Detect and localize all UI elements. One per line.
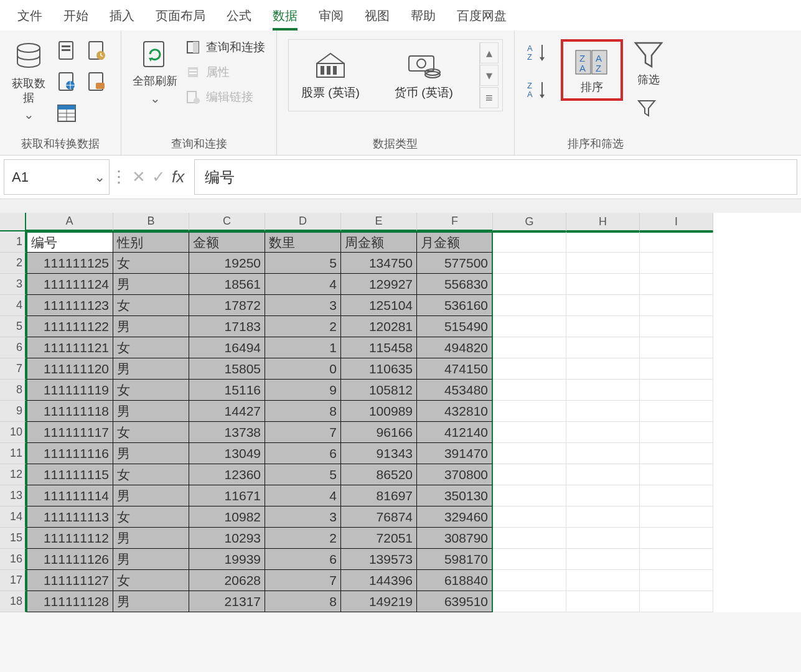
row-header-3[interactable]: 3 bbox=[0, 274, 26, 295]
cell-G14[interactable] bbox=[493, 506, 566, 528]
cell-H8[interactable] bbox=[566, 380, 640, 401]
row-header-17[interactable]: 17 bbox=[0, 570, 26, 591]
cell-A17[interactable]: 111111127 bbox=[26, 570, 113, 591]
cell-F18[interactable]: 639510 bbox=[417, 591, 493, 612]
cell-A15[interactable]: 111111112 bbox=[26, 528, 113, 549]
cell-H5[interactable] bbox=[566, 316, 640, 337]
cell-F5[interactable]: 515490 bbox=[417, 316, 493, 337]
cell-G7[interactable] bbox=[493, 358, 566, 380]
cancel-formula-icon[interactable]: ✕ bbox=[132, 167, 146, 187]
cell-G9[interactable] bbox=[493, 401, 566, 422]
cell-E13[interactable]: 81697 bbox=[341, 485, 417, 506]
cell-C4[interactable]: 17872 bbox=[189, 295, 265, 316]
cell-C12[interactable]: 12360 bbox=[189, 464, 265, 485]
row-header-4[interactable]: 4 bbox=[0, 295, 26, 316]
refresh-all-button[interactable]: 全部刷新 ⌄ bbox=[133, 39, 177, 106]
cell-A18[interactable]: 111111128 bbox=[26, 591, 113, 612]
cell-D18[interactable]: 8 bbox=[265, 591, 341, 612]
cell-E1[interactable]: 周金额 bbox=[341, 231, 417, 253]
cell-C6[interactable]: 16494 bbox=[189, 337, 265, 358]
cell-C10[interactable]: 13738 bbox=[189, 422, 265, 443]
fx-icon[interactable]: fx bbox=[172, 167, 184, 187]
cell-F1[interactable]: 月金额 bbox=[417, 231, 493, 253]
cell-B10[interactable]: 女 bbox=[113, 422, 189, 443]
cell-C18[interactable]: 21317 bbox=[189, 591, 265, 612]
cell-C11[interactable]: 13049 bbox=[189, 443, 265, 464]
edit-links-button[interactable]: 编辑链接 bbox=[186, 89, 265, 105]
menu-页面布局[interactable]: 页面布局 bbox=[156, 7, 205, 24]
cell-E11[interactable]: 91343 bbox=[341, 443, 417, 464]
cell-F13[interactable]: 350130 bbox=[417, 485, 493, 506]
cell-I5[interactable] bbox=[640, 316, 713, 337]
cell-A7[interactable]: 111111120 bbox=[26, 358, 113, 380]
cell-F8[interactable]: 453480 bbox=[417, 380, 493, 401]
cell-I4[interactable] bbox=[640, 295, 713, 316]
cell-F14[interactable]: 329460 bbox=[417, 506, 493, 528]
cell-I18[interactable] bbox=[640, 591, 713, 612]
col-header-B[interactable]: B bbox=[113, 213, 189, 231]
queries-connections-button[interactable]: 查询和连接 bbox=[186, 39, 265, 55]
cell-I13[interactable] bbox=[640, 485, 713, 506]
cell-G10[interactable] bbox=[493, 422, 566, 443]
cell-I17[interactable] bbox=[640, 570, 713, 591]
datatype-currency-button[interactable]: 货币 (英语) bbox=[386, 44, 462, 107]
row-header-13[interactable]: 13 bbox=[0, 485, 26, 506]
cell-I11[interactable] bbox=[640, 443, 713, 464]
cell-H2[interactable] bbox=[566, 253, 640, 274]
enter-formula-icon[interactable]: ✓ bbox=[152, 167, 166, 187]
cell-D8[interactable]: 9 bbox=[265, 380, 341, 401]
advanced-filter-icon[interactable] bbox=[636, 98, 661, 118]
cell-D17[interactable]: 7 bbox=[265, 570, 341, 591]
col-header-G[interactable]: G bbox=[493, 213, 566, 231]
cell-H3[interactable] bbox=[566, 274, 640, 295]
menu-数据[interactable]: 数据 bbox=[273, 7, 297, 24]
cell-G8[interactable] bbox=[493, 380, 566, 401]
cell-G17[interactable] bbox=[493, 570, 566, 591]
cell-C7[interactable]: 15805 bbox=[189, 358, 265, 380]
cell-G1[interactable] bbox=[493, 231, 566, 253]
from-web-icon[interactable] bbox=[55, 70, 78, 94]
menu-公式[interactable]: 公式 bbox=[227, 7, 251, 24]
row-header-7[interactable]: 7 bbox=[0, 358, 26, 380]
cell-H13[interactable] bbox=[566, 485, 640, 506]
datatype-next-button[interactable]: ▾ bbox=[480, 65, 499, 86]
cell-D4[interactable]: 3 bbox=[265, 295, 341, 316]
cell-E4[interactable]: 125104 bbox=[341, 295, 417, 316]
cell-E12[interactable]: 86520 bbox=[341, 464, 417, 485]
cell-D1[interactable]: 数里 bbox=[265, 231, 341, 253]
cell-H17[interactable] bbox=[566, 570, 640, 591]
cell-B8[interactable]: 女 bbox=[113, 380, 189, 401]
cell-G15[interactable] bbox=[493, 528, 566, 549]
cell-H9[interactable] bbox=[566, 401, 640, 422]
cell-A16[interactable]: 111111126 bbox=[26, 549, 113, 570]
col-header-C[interactable]: C bbox=[189, 213, 265, 231]
cell-H18[interactable] bbox=[566, 591, 640, 612]
cell-I15[interactable] bbox=[640, 528, 713, 549]
properties-button[interactable]: 属性 bbox=[186, 64, 265, 80]
cell-B2[interactable]: 女 bbox=[113, 253, 189, 274]
menu-百度网盘[interactable]: 百度网盘 bbox=[457, 7, 507, 24]
cell-B15[interactable]: 男 bbox=[113, 528, 189, 549]
cell-E10[interactable]: 96166 bbox=[341, 422, 417, 443]
cell-H7[interactable] bbox=[566, 358, 640, 380]
cell-A4[interactable]: 111111123 bbox=[26, 295, 113, 316]
row-header-16[interactable]: 16 bbox=[0, 549, 26, 570]
cell-E3[interactable]: 129927 bbox=[341, 274, 417, 295]
get-data-button[interactable]: 获取数 据 ⌄ bbox=[11, 39, 46, 122]
cell-C2[interactable]: 19250 bbox=[189, 253, 265, 274]
cell-B1[interactable]: 性别 bbox=[113, 231, 189, 253]
cell-H1[interactable] bbox=[566, 231, 640, 253]
cell-A6[interactable]: 111111121 bbox=[26, 337, 113, 358]
cell-A3[interactable]: 111111124 bbox=[26, 274, 113, 295]
cell-B16[interactable]: 男 bbox=[113, 549, 189, 570]
cell-I7[interactable] bbox=[640, 358, 713, 380]
existing-connections-icon[interactable] bbox=[85, 70, 108, 94]
name-box-dropdown-icon[interactable]: ⌄ bbox=[94, 169, 105, 185]
cell-A12[interactable]: 111111115 bbox=[26, 464, 113, 485]
cell-D13[interactable]: 4 bbox=[265, 485, 341, 506]
cell-I16[interactable] bbox=[640, 549, 713, 570]
cell-H15[interactable] bbox=[566, 528, 640, 549]
cell-D9[interactable]: 8 bbox=[265, 401, 341, 422]
cell-D11[interactable]: 6 bbox=[265, 443, 341, 464]
cell-G12[interactable] bbox=[493, 464, 566, 485]
